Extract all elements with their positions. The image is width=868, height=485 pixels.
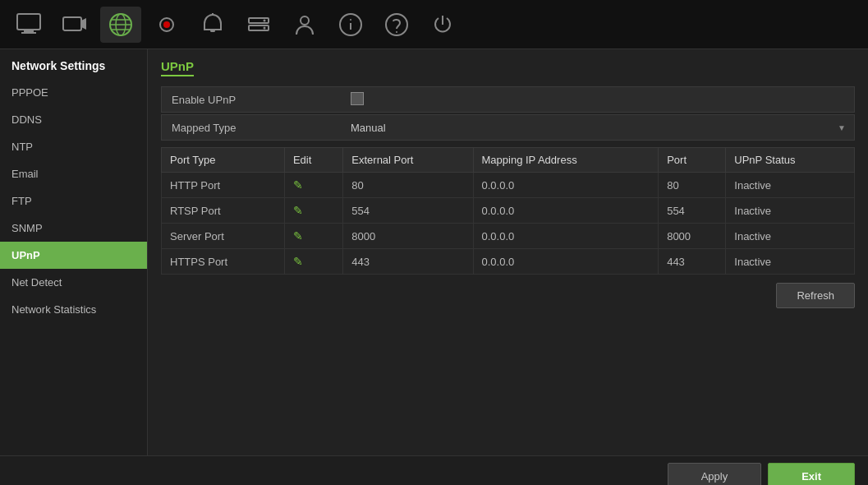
cell-mapping-ip: 0.0.0.0	[473, 224, 659, 249]
svg-point-21	[350, 19, 351, 21]
cell-port-type: RTSP Port	[162, 198, 285, 224]
svg-rect-3	[63, 17, 81, 30]
sidebar-item-netdetect[interactable]: Net Detect	[0, 269, 147, 296]
sidebar-item-ddns[interactable]: DDNS	[0, 106, 147, 133]
cell-mapping-ip: 0.0.0.0	[473, 173, 659, 198]
cell-external-port: 554	[343, 198, 473, 224]
enable-upnp-value	[342, 92, 854, 108]
help-nav-icon[interactable]	[376, 7, 417, 43]
port-table: Port Type Edit External Port Mapping IP …	[161, 147, 855, 275]
power-nav-icon[interactable]	[422, 7, 463, 43]
monitor-nav-icon[interactable]	[8, 7, 49, 43]
mapped-type-dropdown[interactable]: Manual ▼	[342, 122, 854, 134]
table-row: Server Port ✎ 8000 0.0.0.0 8000 Inactive	[162, 224, 855, 249]
cell-port-type: Server Port	[162, 224, 285, 249]
svg-point-18	[301, 16, 309, 25]
bottom-bar: Apply Exit	[0, 455, 868, 485]
mapped-type-label: Mapped Type	[162, 122, 342, 134]
svg-rect-2	[21, 32, 36, 34]
camera-nav-icon[interactable]	[54, 7, 95, 43]
main-layout: Network Settings PPPOE DDNS NTP Email FT…	[0, 49, 868, 455]
sidebar-item-pppoe[interactable]: PPPOE	[0, 79, 147, 106]
svg-point-11	[163, 21, 170, 28]
table-row: RTSP Port ✎ 554 0.0.0.0 554 Inactive	[162, 198, 855, 224]
refresh-button[interactable]: Refresh	[776, 283, 855, 308]
cell-port: 8000	[659, 224, 726, 249]
enable-upnp-label: Enable UPnP	[162, 94, 342, 106]
sidebar-item-networkstatistics[interactable]: Network Statistics	[0, 296, 147, 323]
svg-point-23	[396, 31, 397, 33]
edit-icon[interactable]: ✎	[293, 229, 303, 242]
cell-upnp-status: Inactive	[726, 249, 855, 275]
info-nav-icon[interactable]	[330, 7, 371, 43]
col-mapping-ip: Mapping IP Address	[473, 148, 659, 173]
top-nav	[0, 0, 868, 49]
sidebar-item-upnp[interactable]: UPnP	[0, 242, 147, 269]
cell-edit[interactable]: ✎	[284, 249, 342, 275]
cell-external-port: 443	[343, 249, 473, 275]
table-row: HTTPS Port ✎ 443 0.0.0.0 443 Inactive	[162, 249, 855, 275]
network-nav-icon[interactable]	[100, 7, 141, 43]
cell-external-port: 80	[343, 173, 473, 198]
cell-upnp-status: Inactive	[726, 173, 855, 198]
col-edit: Edit	[284, 148, 342, 173]
cell-external-port: 8000	[343, 224, 473, 249]
cell-port: 554	[659, 198, 726, 224]
mapped-type-value: Manual	[351, 122, 386, 134]
exit-button[interactable]: Exit	[768, 463, 855, 485]
cell-port-type: HTTPS Port	[162, 249, 285, 275]
record-nav-icon[interactable]	[146, 7, 187, 43]
table-row: HTTP Port ✎ 80 0.0.0.0 80 Inactive	[162, 173, 855, 198]
col-upnp-status: UPnP Status	[726, 148, 855, 173]
cell-port: 443	[659, 249, 726, 275]
col-external-port: External Port	[343, 148, 473, 173]
col-port-type: Port Type	[162, 148, 285, 173]
enable-upnp-checkbox[interactable]	[351, 92, 364, 105]
svg-rect-0	[17, 14, 40, 30]
refresh-button-row: Refresh	[161, 283, 855, 308]
sidebar-item-ftp[interactable]: FTP	[0, 187, 147, 215]
content-title: UPnP	[161, 59, 194, 76]
sidebar-item-ntp[interactable]: NTP	[0, 133, 147, 160]
sidebar: Network Settings PPPOE DDNS NTP Email FT…	[0, 49, 148, 455]
enable-upnp-row: Enable UPnP	[161, 86, 855, 113]
col-port: Port	[659, 148, 726, 173]
alarm-nav-icon[interactable]	[192, 7, 233, 43]
cell-port: 80	[659, 173, 726, 198]
storage-nav-icon[interactable]	[238, 7, 279, 43]
cell-upnp-status: Inactive	[726, 198, 855, 224]
svg-point-17	[264, 26, 266, 29]
mapped-type-row: Mapped Type Manual ▼	[161, 114, 855, 141]
edit-icon[interactable]: ✎	[293, 178, 303, 192]
edit-icon[interactable]: ✎	[293, 255, 303, 268]
svg-rect-12	[210, 30, 215, 32]
cell-port-type: HTTP Port	[162, 173, 285, 198]
edit-icon[interactable]: ✎	[293, 204, 303, 217]
svg-rect-1	[24, 30, 34, 32]
cell-upnp-status: Inactive	[726, 224, 855, 249]
cell-edit[interactable]: ✎	[284, 198, 342, 224]
svg-point-16	[264, 19, 266, 21]
sidebar-item-email[interactable]: Email	[0, 160, 147, 187]
account-nav-icon[interactable]	[284, 7, 325, 43]
cell-mapping-ip: 0.0.0.0	[473, 249, 659, 275]
cell-edit[interactable]: ✎	[284, 224, 342, 249]
apply-button[interactable]: Apply	[668, 463, 762, 485]
sidebar-title: Network Settings	[0, 53, 147, 79]
cell-edit[interactable]: ✎	[284, 173, 342, 198]
content-area: UPnP Enable UPnP Mapped Type Manual ▼ Po…	[148, 49, 868, 455]
cell-mapping-ip: 0.0.0.0	[473, 198, 659, 224]
sidebar-item-snmp[interactable]: SNMP	[0, 215, 147, 242]
mapped-type-arrow-icon: ▼	[838, 123, 846, 132]
